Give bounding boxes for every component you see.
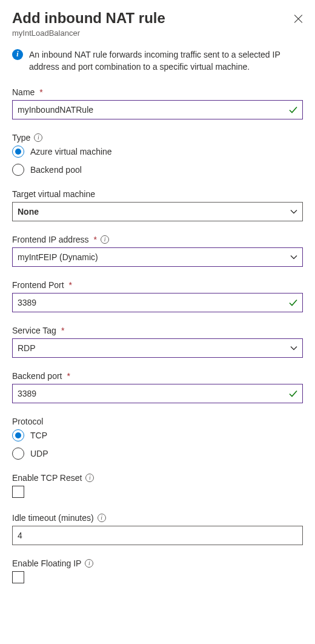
target-vm-label: Target virtual machine [12,189,303,199]
enable-tcp-reset-checkbox[interactable] [12,486,24,498]
radio-icon [12,164,24,176]
protocol-radio-tcp[interactable]: TCP [12,429,303,441]
backend-port-input[interactable] [12,384,303,403]
page-title: Add inbound NAT rule [12,10,303,27]
info-box: i An inbound NAT rule forwards incoming … [12,49,303,73]
radio-icon [12,429,24,441]
info-icon: i [12,49,23,60]
service-tag-label: Service Tag* [12,326,303,335]
protocol-label: Protocol [12,417,303,426]
frontend-port-label: Frontend Port* [12,280,303,290]
frontend-ip-select[interactable]: myIntFEIP (Dynamic) [12,247,303,267]
radio-icon [12,146,24,158]
idle-timeout-input[interactable] [12,526,303,545]
help-icon[interactable]: i [98,514,106,522]
help-icon[interactable]: i [85,474,94,482]
page-subtitle: myIntLoadBalancer [12,29,303,38]
enable-floating-ip-checkbox[interactable] [12,571,24,583]
type-label: Type i [12,133,303,143]
idle-timeout-label: Idle timeout (minutes) i [12,513,303,523]
type-radio-azure-vm[interactable]: Azure virtual machine [12,146,303,158]
help-icon[interactable]: i [34,133,42,142]
protocol-radio-udp[interactable]: UDP [12,448,303,460]
info-text: An inbound NAT rule forwards incoming tr… [29,49,303,73]
close-icon[interactable] [293,13,303,23]
service-tag-select[interactable]: RDP [12,338,303,358]
name-input[interactable] [12,100,303,119]
name-label: Name* [12,87,303,97]
help-icon[interactable]: i [101,235,109,244]
radio-icon [12,448,24,460]
backend-port-label: Backend port* [12,371,303,381]
help-icon[interactable]: i [85,559,93,568]
enable-floating-ip-label: Enable Floating IP i [12,558,303,568]
frontend-ip-label: Frontend IP address* i [12,235,303,244]
type-radio-backend-pool[interactable]: Backend pool [12,164,303,176]
target-vm-select[interactable]: None [12,202,303,221]
frontend-port-input[interactable] [12,293,303,312]
enable-tcp-reset-label: Enable TCP Reset i [12,473,303,483]
